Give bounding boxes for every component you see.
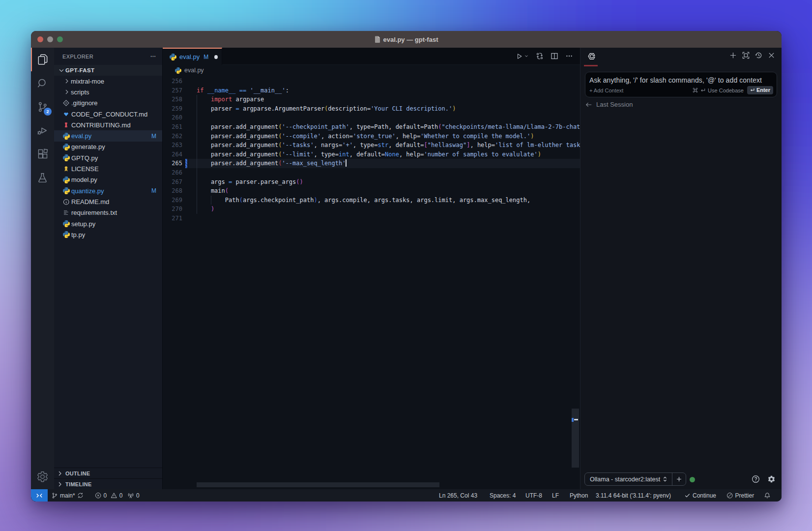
open-changes-icon[interactable] (536, 52, 544, 60)
license-file-icon (63, 166, 71, 172)
file-row-model-py[interactable]: model.py (54, 175, 162, 185)
indentation-status[interactable]: Spaces: 4 (490, 489, 516, 502)
file-row-generate-py[interactable]: generate.py (54, 142, 162, 152)
outline-section-header[interactable]: OUTLINE (54, 468, 162, 478)
activity-run-debug[interactable] (31, 118, 54, 142)
file-row-license[interactable]: LICENSE (54, 163, 162, 174)
code-line-263[interactable]: 263 parser.add_argument('--tasks', nargs… (163, 141, 580, 150)
code-line-268[interactable]: 268 main( (163, 186, 580, 196)
add-model-button[interactable] (672, 473, 686, 485)
timeline-section-header[interactable]: TIMELINE (54, 478, 162, 489)
file-row-quantize-py[interactable]: quantize.pyM (54, 185, 162, 196)
line-content: import argparse (197, 95, 264, 104)
add-context-button[interactable]: + Add Context (589, 88, 623, 93)
breadcrumb[interactable]: eval.py (163, 65, 580, 76)
titlebar[interactable]: eval.py — gpt-fast (31, 31, 782, 48)
continue-status[interactable]: Continue (684, 489, 716, 502)
code-line-266[interactable]: 266 (163, 168, 580, 177)
activity-source-control[interactable]: 2 (31, 95, 54, 118)
activity-explorer[interactable] (31, 48, 54, 71)
more-actions-icon[interactable] (565, 52, 573, 60)
code-line-267[interactable]: 267 args = parser.parse_args() (163, 177, 580, 187)
code-line-269[interactable]: 269 Path(args.checkpoint_path), args.com… (163, 196, 580, 205)
continue-logo-icon[interactable] (587, 52, 596, 60)
horizontal-scrollbar[interactable] (197, 482, 439, 487)
python-file-icon (63, 231, 71, 238)
notifications-status[interactable] (764, 489, 771, 502)
files-icon (36, 53, 49, 66)
prettier-status[interactable]: Prettier (726, 489, 754, 502)
file-row-mixtral-moe[interactable]: mixtral-moe (54, 76, 162, 87)
explorer-more-actions[interactable]: ⋯ (150, 53, 156, 59)
error-icon (95, 492, 102, 499)
interpreter-status[interactable]: 3.11.4 64-bit ('3.11.4': pyenv) (596, 489, 671, 502)
file-row-tp-py[interactable]: tp.py (54, 229, 162, 240)
ports-status[interactable]: 0 (127, 489, 140, 502)
problems-status[interactable]: 0 0 (95, 489, 122, 502)
code-line-265[interactable]: 265 parser.add_argument('--max_seq_lengt… (163, 159, 580, 168)
gear-icon[interactable] (767, 475, 776, 483)
explorer-sidebar: EXPLORER ⋯ GPT-FAST mixtral-moescripts.g… (54, 48, 163, 489)
code-line-270[interactable]: 270 ) (163, 205, 580, 214)
file-row-readme-md[interactable]: README.md (54, 196, 162, 207)
file-row-code-of-conduct-md[interactable]: CODE_OF_CONDUCT.md (54, 109, 162, 119)
enter-button[interactable]: Enter (747, 86, 773, 94)
chat-input-box[interactable]: Ask anything, '/' for slash commands, '@… (585, 72, 777, 97)
history-icon[interactable] (755, 52, 762, 59)
chevron-right-icon (63, 88, 71, 96)
code-line-262[interactable]: 262 parser.add_argument('--compile', act… (163, 132, 580, 141)
help-icon[interactable] (752, 475, 760, 483)
last-session-link[interactable]: Last Session (585, 101, 633, 108)
language-status[interactable]: Python (570, 489, 588, 502)
file-row-contributing-md[interactable]: CONTRIBUTING.md (54, 119, 162, 130)
new-session-icon[interactable] (729, 52, 737, 59)
vertical-scrollbar[interactable] (572, 409, 579, 468)
file-row-scripts[interactable]: scripts (54, 87, 162, 97)
tab-eval-py[interactable]: eval.py M (163, 48, 222, 65)
code-line-258[interactable]: 258 import argparse (163, 95, 580, 104)
encoding-status[interactable]: UTF-8 (525, 489, 542, 502)
run-python-file-button[interactable] (516, 53, 529, 60)
file-row-setup-py[interactable]: setup.py (54, 218, 162, 229)
close-window-button[interactable] (37, 36, 43, 42)
remote-indicator[interactable] (31, 489, 48, 502)
code-line-271[interactable]: 271 (163, 214, 580, 223)
project-root-row[interactable]: GPT-FAST (54, 65, 162, 76)
git-file-icon (63, 100, 71, 106)
slash-circle-icon (726, 492, 733, 499)
code-line-259[interactable]: 259 parser = argparse.ArgumentParser(des… (163, 104, 580, 114)
conduct-file-icon (63, 111, 71, 118)
code-line-264[interactable]: 264 parser.add_argument('--limit', type=… (163, 150, 580, 159)
git-branch-status[interactable]: main* (51, 489, 84, 502)
chevron-down-icon (58, 66, 65, 74)
zoom-window-button[interactable] (57, 36, 63, 42)
file-row-eval-py[interactable]: eval.pyM (54, 130, 162, 141)
activity-extensions[interactable] (31, 142, 54, 166)
minimize-window-button[interactable] (47, 36, 53, 42)
close-panel-icon[interactable] (768, 52, 775, 59)
line-number: 270 (163, 205, 182, 214)
play-icon (516, 53, 523, 60)
line-number: 265 (163, 159, 182, 168)
activity-search[interactable] (31, 71, 54, 95)
use-codebase-hint[interactable]: Use Codebase (693, 88, 744, 93)
file-row-requirements-txt[interactable]: requirements.txt (54, 207, 162, 218)
file-row--gitignore[interactable]: .gitignore (54, 98, 162, 109)
tab-dirty-indicator[interactable] (214, 55, 218, 59)
file-row-gptq-py[interactable]: GPTQ.py (54, 152, 162, 163)
activity-settings[interactable] (31, 465, 54, 488)
contributing-file-icon (63, 122, 71, 128)
eol-status[interactable]: LF (552, 489, 559, 502)
code-line-260[interactable]: 260 (163, 113, 580, 122)
split-editor-icon[interactable] (551, 52, 558, 60)
code-line-261[interactable]: 261 parser.add_argument('--checkpoint_pa… (163, 122, 580, 132)
line-number: 269 (163, 196, 182, 205)
code-line-257[interactable]: 257if __name__ == '__main__': (163, 86, 580, 95)
code-line-256[interactable]: 256 (163, 77, 580, 86)
activity-testing[interactable] (31, 166, 54, 189)
cursor-position-status[interactable]: Ln 265, Col 43 (439, 489, 477, 502)
code-area[interactable]: 256257if __name__ == '__main__':258 impo… (163, 76, 580, 489)
timeline-label: TIMELINE (65, 481, 92, 487)
model-selector[interactable]: Ollama - starcoder2:latest (584, 472, 686, 486)
fullscreen-icon[interactable] (742, 52, 750, 59)
